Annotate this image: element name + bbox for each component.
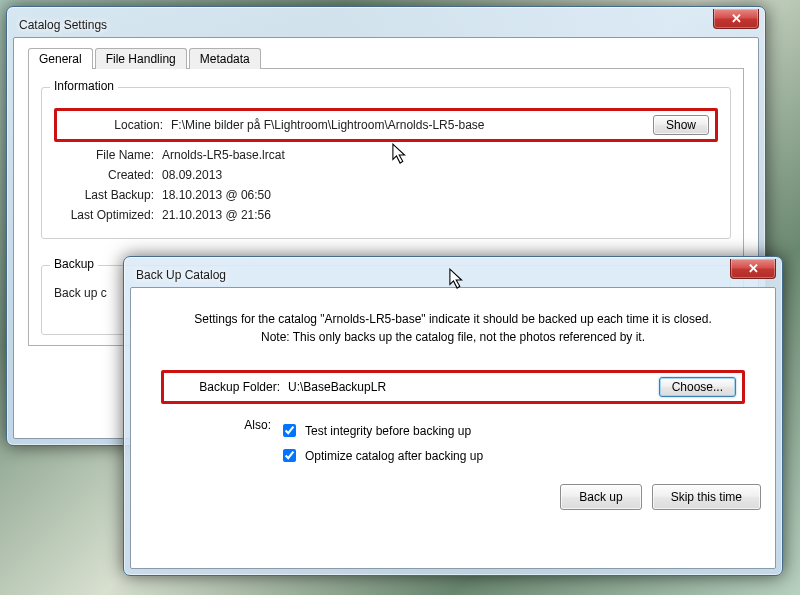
test-integrity-checkbox[interactable]: Test integrity before backing up — [279, 421, 483, 440]
titlebar[interactable]: Catalog Settings ✕ — [13, 13, 759, 37]
optimize-checkbox[interactable]: Optimize catalog after backing up — [279, 446, 483, 465]
location-label: Location: — [63, 118, 163, 132]
group-information: Information Location: F:\Mine bilder på … — [41, 87, 731, 239]
created-value: 08.09.2013 — [162, 168, 718, 182]
filename-value: Arnolds-LR5-base.lrcat — [162, 148, 718, 162]
location-value: F:\Mine bilder på F\Lightroom\Lightroom\… — [171, 118, 653, 132]
tabstrip: General File Handling Metadata — [28, 48, 744, 69]
optimize-input[interactable] — [283, 449, 296, 462]
also-label: Also: — [145, 418, 271, 468]
backup-button[interactable]: Back up — [560, 484, 641, 510]
test-integrity-input[interactable] — [283, 424, 296, 437]
last-optimized-value: 21.10.2013 @ 21:56 — [162, 208, 718, 222]
window-title: Back Up Catalog — [132, 268, 226, 282]
dialog-footer: Back up Skip this time — [145, 484, 761, 510]
skip-button[interactable]: Skip this time — [652, 484, 761, 510]
choose-button[interactable]: Choose... — [659, 377, 736, 397]
backup-note: Settings for the catalog "Arnolds-LR5-ba… — [175, 310, 731, 346]
titlebar[interactable]: Back Up Catalog ✕ — [130, 263, 776, 287]
tab-metadata[interactable]: Metadata — [189, 48, 261, 69]
close-icon[interactable]: ✕ — [730, 259, 776, 279]
created-label: Created: — [54, 168, 154, 182]
backup-catalog-window: Back Up Catalog ✕ Settings for the catal… — [123, 256, 783, 576]
backup-folder-label: Backup Folder: — [170, 380, 280, 394]
tab-file-handling[interactable]: File Handling — [95, 48, 187, 69]
window-title: Catalog Settings — [15, 18, 107, 32]
close-icon[interactable]: ✕ — [713, 9, 759, 29]
also-section: Also: Test integrity before backing up O… — [145, 418, 761, 468]
optimize-label: Optimize catalog after backing up — [305, 449, 483, 463]
backup-folder-row-highlight: Backup Folder: U:\BaseBackupLR Choose... — [161, 370, 745, 404]
last-backup-value: 18.10.2013 @ 06:50 — [162, 188, 718, 202]
client-area: Settings for the catalog "Arnolds-LR5-ba… — [130, 287, 776, 569]
group-information-label: Information — [50, 79, 118, 93]
tab-general[interactable]: General — [28, 48, 93, 69]
filename-label: File Name: — [54, 148, 154, 162]
group-backup-label: Backup — [50, 257, 98, 271]
show-button[interactable]: Show — [653, 115, 709, 135]
last-optimized-label: Last Optimized: — [54, 208, 154, 222]
test-integrity-label: Test integrity before backing up — [305, 424, 471, 438]
last-backup-label: Last Backup: — [54, 188, 154, 202]
backup-each-label: Back up c — [54, 286, 107, 300]
location-row-highlight: Location: F:\Mine bilder på F\Lightroom\… — [54, 108, 718, 142]
note-line1: Settings for the catalog "Arnolds-LR5-ba… — [175, 310, 731, 328]
backup-folder-value: U:\BaseBackupLR — [288, 380, 659, 394]
note-line2: Note: This only backs up the catalog fil… — [175, 328, 731, 346]
